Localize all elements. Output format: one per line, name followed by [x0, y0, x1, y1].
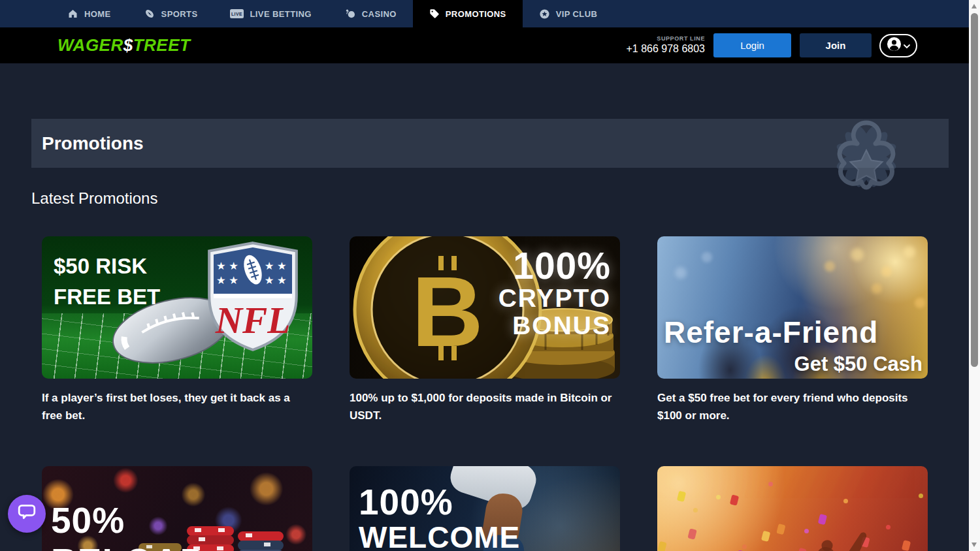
site-header: WAGER$TREET SUPPORT LINE +1 866 978 6803… [0, 27, 980, 63]
nav-item-casino[interactable]: CASINO [328, 0, 413, 27]
live-badge-icon: LIVE [230, 9, 244, 18]
scrollbar-down-arrow-icon[interactable] [972, 543, 977, 547]
casino-icon [344, 8, 356, 20]
svg-text:★ ★: ★ ★ [216, 260, 238, 272]
promo-card-welcome-bonus[interactable]: 100% WELCOME BONUS [350, 466, 620, 551]
chat-bubble-icon [17, 503, 37, 524]
nav-label-vip-club: VIP CLUB [556, 9, 598, 19]
nav-item-promotions[interactable]: PROMOTIONS [413, 0, 523, 27]
confetti-dots-graphic [657, 466, 662, 471]
support-line: SUPPORT LINE +1 866 978 6803 [626, 35, 705, 55]
main-nav: HOME SPORTS LIVE LIVE BETTING CASINO PRO… [0, 0, 980, 27]
scrollbar-thumb[interactable] [971, 13, 978, 367]
support-phone-number: +1 866 978 6803 [626, 42, 705, 55]
nav-label-promotions: PROMOTIONS [446, 9, 506, 19]
promo-image-headline: 100% CRYPTO BONUS [498, 247, 611, 339]
promo-image-reload-bonus[interactable]: 50% RELOAD [42, 466, 312, 551]
tag-icon [429, 8, 440, 19]
svg-text:★ ★: ★ ★ [216, 274, 238, 286]
svg-text:★ ★: ★ ★ [265, 260, 287, 272]
promo-image-headline: 100% WELCOME BONUS [359, 483, 520, 551]
logo-part-2: $ [123, 35, 133, 55]
main-content: Promotions Latest Promotions [0, 119, 980, 551]
svg-text:NFL: NFL [215, 300, 291, 341]
promo-image-crypto-bonus[interactable]: B 100% CRYPTO BONUS [350, 236, 620, 379]
svg-text:B: B [412, 256, 483, 367]
promo-card-refer-a-friend[interactable]: Refer-a-Friend Get $50 Cash Get a $50 fr… [657, 236, 928, 424]
account-icon [887, 37, 902, 54]
nav-item-live-betting[interactable]: LIVE LIVE BETTING [214, 0, 327, 27]
live-chat-button[interactable] [8, 495, 46, 533]
promo-image-headline: Refer-a-Friend [664, 315, 925, 350]
nav-label-sports: SPORTS [161, 9, 198, 19]
promo-image-headline: 50% RELOAD [51, 500, 206, 551]
nav-label-home: HOME [84, 9, 111, 19]
login-button[interactable]: Login [713, 33, 791, 57]
promo-image-refer-a-friend[interactable]: Refer-a-Friend Get $50 Cash [657, 236, 928, 379]
promo-image-headline: $50 RISK FREE BET [54, 251, 160, 312]
football-icon [144, 8, 155, 20]
promo-caption: If a player’s first bet loses, they get … [42, 389, 312, 424]
svg-text:LIVE: LIVE [231, 12, 242, 16]
promo-image-celebration[interactable] [657, 466, 928, 551]
support-line-label: SUPPORT LINE [626, 35, 705, 42]
brand-logo[interactable]: WAGER$TREET [57, 35, 190, 55]
home-icon [67, 8, 78, 19]
promo-image-subheadline: Get $50 Cash [794, 353, 923, 376]
account-menu-button[interactable] [879, 34, 917, 57]
promo-card-risk-free-bet[interactable]: $50 RISK FREE BET [42, 236, 312, 424]
section-title: Latest Promotions [31, 189, 949, 208]
join-button[interactable]: Join [800, 33, 872, 57]
promo-image-welcome-bonus[interactable]: 100% WELCOME BONUS [350, 466, 620, 551]
vip-star-icon [539, 8, 550, 20]
promotions-grid: $50 RISK FREE BET [42, 236, 928, 551]
logo-part-3: TREET [133, 35, 191, 55]
chevron-down-icon [904, 40, 910, 52]
nav-label-casino: CASINO [362, 9, 397, 19]
promotions-emblem-icon [801, 116, 932, 193]
promo-image-risk-free-bet[interactable]: $50 RISK FREE BET [42, 236, 312, 379]
promo-card-celebration[interactable] [657, 466, 928, 551]
nav-label-live-betting: LIVE BETTING [250, 9, 311, 19]
celebrating-woman-graphic [766, 521, 890, 551]
nav-item-vip-club[interactable]: VIP CLUB [523, 0, 614, 27]
promo-card-reload-bonus[interactable]: 50% RELOAD [42, 466, 312, 551]
page-scrollbar[interactable] [969, 0, 980, 551]
page-title: Promotions [42, 133, 144, 154]
nav-item-home[interactable]: HOME [51, 0, 127, 27]
svg-text:★ ★: ★ ★ [265, 274, 287, 286]
page-banner: Promotions [31, 119, 949, 168]
promo-card-crypto-bonus[interactable]: B 100% CRYPTO BONUS 100% up to $1,000 fo… [350, 236, 620, 424]
logo-part-1: WAGER [57, 35, 123, 55]
scrollbar-up-arrow-icon[interactable] [972, 4, 977, 8]
nfl-shield-graphic: ★ ★★ ★ ★ ★★ ★ NFL [204, 240, 302, 353]
promo-caption: Get a $50 free bet for every friend who … [657, 389, 928, 424]
nav-item-sports[interactable]: SPORTS [127, 0, 214, 27]
promo-caption: 100% up to $1,000 for deposits made in B… [350, 389, 620, 424]
